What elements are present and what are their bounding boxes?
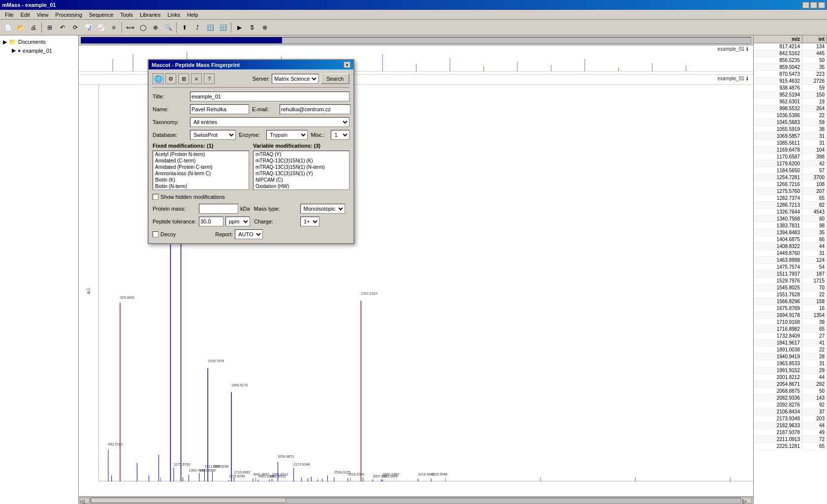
mascot-dialog: Mascot - Peptide Mass Fingerprint × 🌐 ⚙ … [148,59,354,244]
taxonomy-select[interactable]: All entries [190,117,350,127]
decoy-label: Decoy [160,231,176,237]
database-select[interactable]: SwissProt [190,130,236,140]
protein-mass-unit: kDa [240,206,250,212]
var-mod-6[interactable]: Oxidation (M) [254,189,349,190]
title-row: Title: [153,92,350,101]
params-row-1: Protein mass: kDa Mass type: Monoisotopi… [153,204,350,214]
enzyme-select[interactable]: Trypsin [266,130,308,140]
var-mod-5[interactable]: Oxidation (HW) [254,183,349,189]
protein-mass-group: Protein mass: kDa [153,204,250,214]
fixed-mod-2[interactable]: Amidated (Protein C-term) [153,164,249,170]
server-select[interactable]: Matrix Science [272,74,318,84]
peptide-tol-input[interactable] [199,217,223,226]
misc-label: Misc.: [311,132,328,138]
fixed-mod-0[interactable]: Acetyl (Protein N-term) [153,151,249,158]
fixed-mod-5[interactable]: Biotin (N-term) [153,183,249,189]
charge-select[interactable]: 1+ [300,217,319,226]
email-label: E-mail: [252,106,277,112]
decoy-group: Decoy [153,231,176,237]
params-row-2: Peptide tolerance: ppm Charge: 1+ [153,217,350,226]
charge-group: Charge: 1+ [254,217,350,226]
grid-button[interactable]: ⊞ [178,73,189,84]
database-label: Database: [153,132,187,138]
mass-type-label: Mass type: [254,206,298,212]
protein-mass-input[interactable] [199,204,238,214]
var-mod-2[interactable]: mTRAQ-13C(3)15N(1) (N-term) [254,164,349,170]
dialog-title-text: Mascot - Peptide Mass Fingerprint [152,62,240,68]
var-mod-0[interactable]: mTRAQ (Y) [254,151,349,158]
dialog-title-bar: Mascot - Peptide Mass Fingerprint × [149,60,353,69]
name-input[interactable] [190,104,249,114]
variable-mods-label: Variable modifications: (3) [253,143,350,149]
db-enzyme-row: Database: SwissProt Enzyme: Trypsin Misc… [153,130,350,140]
peptide-tol-group: Peptide tolerance: ppm [153,217,250,226]
dialog-toolbar: 🌐 ⚙ ⊞ ≡ ? Server: Matrix Science Search [153,73,350,88]
peptide-tol-label: Peptide tolerance: [153,219,197,224]
title-label: Title: [153,94,187,99]
modifications-section: Fixed modifications: (1) Acetyl (Protein… [153,143,350,190]
protein-mass-label: Protein mass: [153,206,197,212]
report-label: Report: [215,231,233,237]
var-mod-4[interactable]: NIPCAM (C) [254,177,349,183]
name-email-row: Name: E-mail: [153,104,350,114]
variable-mods-group: Variable modifications: (3) mTRAQ (Y) mT… [253,143,350,190]
settings-button[interactable]: ⚙ [165,73,176,84]
help-button[interactable]: ? [204,73,215,84]
decoy-checkbox[interactable] [153,231,159,237]
dialog-body: 🌐 ⚙ ⊞ ≡ ? Server: Matrix Science Search … [149,69,353,243]
dialog-close-button[interactable]: × [344,62,350,68]
dialog-overlay: Mascot - Peptide Mass Fingerprint × 🌐 ⚙ … [0,0,827,504]
search-button[interactable]: Search [320,73,350,84]
mass-type-group: Mass type: Monoisotopic [254,204,350,214]
email-input[interactable] [280,104,350,114]
globe-button[interactable]: 🌐 [153,73,163,84]
show-hidden-row: Show hidden modifications [153,194,350,200]
fixed-mod-3[interactable]: Ammonia-loss (N-term C) [153,170,249,177]
server-label: Server: [253,76,270,82]
name-label: Name: [153,106,187,112]
taxonomy-label: Taxonomy: [153,119,187,125]
show-hidden-checkbox[interactable] [153,194,159,200]
charge-label: Charge: [254,219,298,224]
fixed-mods-group: Fixed modifications: (1) Acetyl (Protein… [153,143,249,190]
misc-select[interactable]: 1 [331,130,350,140]
var-mod-1[interactable]: mTRAQ-13C(3)15N(1) (K) [254,158,349,164]
fixed-mods-label: Fixed modifications: (1) [153,143,249,149]
fixed-mod-4[interactable]: Biotin (K) [153,177,249,183]
show-hidden-label: Show hidden modifications [160,194,225,200]
decoy-report-row: Decoy Report: AUTO [153,229,350,239]
peptide-tol-unit-select[interactable]: ppm [225,217,250,226]
taxonomy-row: Taxonomy: All entries [153,117,350,127]
fixed-mod-1[interactable]: Amidated (C-term) [153,158,249,164]
enzyme-label: Enzyme: [239,132,263,138]
bars-button[interactable]: ≡ [191,73,202,84]
mass-type-select[interactable]: Monoisotopic [300,204,345,214]
report-select[interactable]: AUTO [235,229,263,239]
var-mod-3[interactable]: mTRAQ-13C(3)15N(1) (Y) [254,170,349,177]
fixed-mod-6[interactable]: Carbamidomethyl (C) [153,189,249,190]
fixed-mods-list[interactable]: Acetyl (Protein N-term) Amidated (C-term… [153,151,249,190]
variable-mods-list[interactable]: mTRAQ (Y) mTRAQ-13C(3)15N(1) (K) mTRAQ-1… [253,151,350,190]
report-group: Report: AUTO [215,229,263,239]
title-input[interactable] [190,92,350,101]
